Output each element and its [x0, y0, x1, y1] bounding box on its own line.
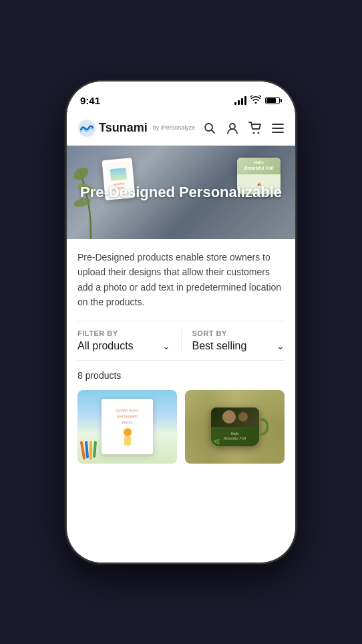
battery-icon: [265, 97, 282, 104]
filter-label: FILTER BY: [77, 329, 170, 337]
main-content: Pre-Designed products enable store owner…: [67, 239, 295, 562]
hero-banner: autumnleaves Pre-Designed Personalizable…: [67, 146, 295, 239]
sort-value: Best selling: [192, 340, 247, 352]
signal-bar-4: [244, 96, 246, 105]
status-time: 9:41: [80, 95, 100, 106]
signal-bars-icon: [234, 96, 246, 105]
content-area: Pre-Designed products enable store owner…: [67, 239, 295, 562]
filter-dropdown[interactable]: All products ⌄: [77, 340, 170, 352]
phone-frame: 9:41: [67, 82, 295, 562]
product-card-2[interactable]: Hello Beautiful Fall 🌿: [185, 390, 285, 464]
products-count: 8 products: [77, 370, 285, 381]
search-icon[interactable]: [203, 122, 216, 135]
cart-icon[interactable]: [248, 122, 262, 135]
phone-screen: 9:41: [67, 82, 295, 562]
signal-bar-1: [234, 102, 236, 105]
product-card-1[interactable]: autumn leavesand pumpkinplaces: [77, 390, 177, 464]
status-icons: [234, 96, 282, 105]
sort-group: SORT BY Best selling ⌄: [192, 329, 285, 352]
svg-point-1: [205, 124, 212, 131]
hero-title: Pre-Designed Personalizable: [67, 183, 295, 202]
logo-area: Tsunami by iPersonalyze: [77, 119, 198, 138]
sort-chevron-icon: ⌄: [277, 341, 285, 351]
svg-point-4: [258, 132, 260, 134]
filter-group: FILTER BY All products ⌄: [77, 329, 170, 352]
sort-label: SORT BY: [192, 329, 285, 337]
signal-bar-3: [241, 98, 243, 105]
sort-dropdown[interactable]: Best selling ⌄: [192, 340, 285, 352]
product-image-1: autumn leavesand pumpkinplaces: [77, 390, 177, 464]
signal-bar-2: [238, 100, 240, 105]
svg-point-2: [230, 124, 235, 129]
svg-point-3: [253, 132, 255, 134]
description-text: Pre-Designed products enable store owner…: [77, 250, 285, 310]
navbar: Tsunami by iPersonalyze: [67, 111, 295, 146]
filter-chevron-icon: ⌄: [162, 341, 170, 351]
brand-suffix: by iPersonalyze: [153, 125, 196, 131]
brand-name: Tsunami: [99, 121, 148, 135]
user-icon[interactable]: [226, 122, 239, 135]
filter-value: All products: [77, 340, 134, 352]
filter-sort-row: FILTER BY All products ⌄ SORT BY Best se…: [77, 321, 285, 361]
logo-wave-icon: [77, 119, 96, 138]
product-img-mug: Hello Beautiful Fall 🌿: [185, 390, 285, 464]
product-image-2: Hello Beautiful Fall 🌿: [185, 390, 285, 464]
product-img-autumn: autumn leavesand pumpkinplaces: [77, 390, 177, 464]
wifi-icon: [250, 96, 261, 105]
product-grid: autumn leavesand pumpkinplaces: [77, 390, 285, 464]
status-bar: 9:41: [67, 82, 295, 111]
filter-sort-divider: [181, 329, 182, 352]
nav-icons: [203, 122, 285, 135]
menu-icon[interactable]: [271, 122, 285, 135]
